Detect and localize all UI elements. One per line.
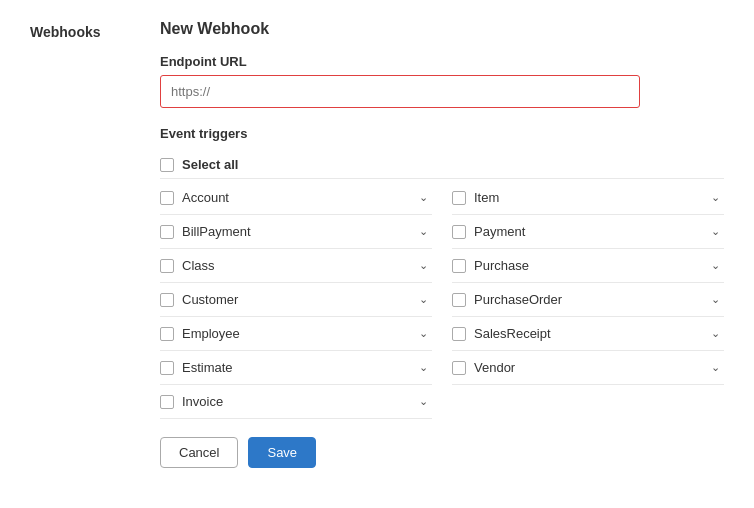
- trigger-name-purchase: Purchase: [474, 258, 529, 273]
- trigger-item-payment[interactable]: Payment ⌄: [452, 215, 724, 249]
- checkbox-billpayment[interactable]: [160, 225, 174, 239]
- trigger-name-estimate: Estimate: [182, 360, 233, 375]
- trigger-item-vendor[interactable]: Vendor ⌄: [452, 351, 724, 385]
- chevron-purchase-icon: ⌄: [711, 259, 720, 272]
- checkbox-estimate[interactable]: [160, 361, 174, 375]
- page-title: New Webhook: [160, 20, 724, 38]
- trigger-name-salesreceipt: SalesReceipt: [474, 326, 551, 341]
- chevron-vendor-icon: ⌄: [711, 361, 720, 374]
- chevron-salesreceipt-icon: ⌄: [711, 327, 720, 340]
- checkbox-account[interactable]: [160, 191, 174, 205]
- chevron-class-icon: ⌄: [419, 259, 428, 272]
- select-all-checkbox[interactable]: [160, 158, 174, 172]
- checkbox-item[interactable]: [452, 191, 466, 205]
- triggers-left-column: Account ⌄ BillPayment ⌄ Class: [160, 181, 432, 419]
- trigger-item-estimate[interactable]: Estimate ⌄: [160, 351, 432, 385]
- trigger-item-billpayment[interactable]: BillPayment ⌄: [160, 215, 432, 249]
- trigger-name-billpayment: BillPayment: [182, 224, 251, 239]
- endpoint-input[interactable]: [160, 75, 640, 108]
- checkbox-payment[interactable]: [452, 225, 466, 239]
- checkbox-employee[interactable]: [160, 327, 174, 341]
- save-button[interactable]: Save: [248, 437, 316, 468]
- triggers-right-column: Item ⌄ Payment ⌄ Purchase ⌄: [452, 181, 724, 419]
- checkbox-salesreceipt[interactable]: [452, 327, 466, 341]
- trigger-item-class[interactable]: Class ⌄: [160, 249, 432, 283]
- trigger-name-employee: Employee: [182, 326, 240, 341]
- trigger-item-employee[interactable]: Employee ⌄: [160, 317, 432, 351]
- cancel-button[interactable]: Cancel: [160, 437, 238, 468]
- trigger-name-item: Item: [474, 190, 499, 205]
- checkbox-invoice[interactable]: [160, 395, 174, 409]
- checkbox-vendor[interactable]: [452, 361, 466, 375]
- trigger-name-class: Class: [182, 258, 215, 273]
- event-triggers-label: Event triggers: [160, 126, 724, 141]
- chevron-billpayment-icon: ⌄: [419, 225, 428, 238]
- checkbox-customer[interactable]: [160, 293, 174, 307]
- trigger-item-salesreceipt[interactable]: SalesReceipt ⌄: [452, 317, 724, 351]
- chevron-estimate-icon: ⌄: [419, 361, 428, 374]
- sidebar-title: Webhooks: [30, 24, 101, 40]
- chevron-payment-icon: ⌄: [711, 225, 720, 238]
- chevron-purchaseorder-icon: ⌄: [711, 293, 720, 306]
- chevron-invoice-icon: ⌄: [419, 395, 428, 408]
- trigger-name-invoice: Invoice: [182, 394, 223, 409]
- checkbox-class[interactable]: [160, 259, 174, 273]
- trigger-item-purchaseorder[interactable]: PurchaseOrder ⌄: [452, 283, 724, 317]
- triggers-grid: Account ⌄ BillPayment ⌄ Class: [160, 181, 724, 419]
- trigger-item-customer[interactable]: Customer ⌄: [160, 283, 432, 317]
- trigger-item-account[interactable]: Account ⌄: [160, 181, 432, 215]
- trigger-name-vendor: Vendor: [474, 360, 515, 375]
- chevron-employee-icon: ⌄: [419, 327, 428, 340]
- trigger-item-purchase[interactable]: Purchase ⌄: [452, 249, 724, 283]
- trigger-item-item[interactable]: Item ⌄: [452, 181, 724, 215]
- endpoint-label: Endpoint URL: [160, 54, 724, 69]
- checkbox-purchase[interactable]: [452, 259, 466, 273]
- checkbox-purchaseorder[interactable]: [452, 293, 466, 307]
- chevron-account-icon: ⌄: [419, 191, 428, 204]
- select-all-row[interactable]: Select all: [160, 151, 724, 179]
- trigger-item-invoice[interactable]: Invoice ⌄: [160, 385, 432, 419]
- trigger-name-account: Account: [182, 190, 229, 205]
- trigger-name-customer: Customer: [182, 292, 238, 307]
- trigger-name-purchaseorder: PurchaseOrder: [474, 292, 562, 307]
- buttons-row: Cancel Save: [160, 437, 724, 468]
- select-all-label: Select all: [182, 157, 238, 172]
- chevron-customer-icon: ⌄: [419, 293, 428, 306]
- trigger-name-payment: Payment: [474, 224, 525, 239]
- chevron-item-icon: ⌄: [711, 191, 720, 204]
